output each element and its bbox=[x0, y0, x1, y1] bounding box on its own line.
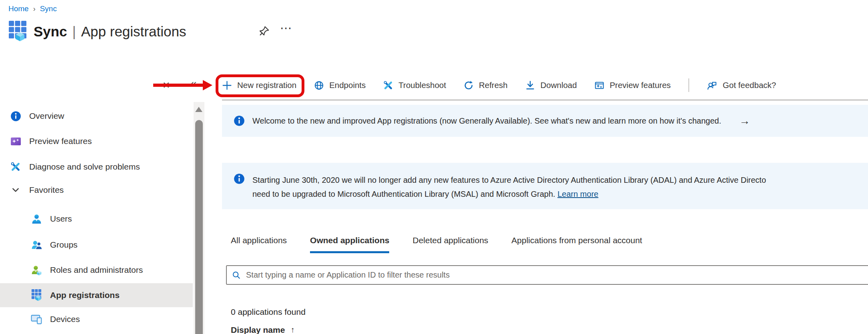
applications-count: 0 applications found bbox=[231, 307, 306, 317]
refresh-button[interactable]: Refresh bbox=[464, 80, 508, 90]
feedback-icon bbox=[707, 80, 718, 91]
chevron-down-icon bbox=[10, 186, 22, 194]
filter-search-box[interactable] bbox=[226, 265, 868, 285]
users-icon bbox=[30, 214, 42, 224]
page-title-separator: | bbox=[72, 24, 76, 40]
adal-banner-line2: need to be upgraded to Microsoft Authent… bbox=[252, 190, 555, 198]
troubleshoot-button[interactable]: Troubleshoot bbox=[383, 80, 446, 90]
welcome-banner-text: Welcome to the new and improved App regi… bbox=[252, 116, 721, 126]
info-icon bbox=[234, 173, 245, 184]
adal-banner-text: Starting June 30th, 2020 we will no long… bbox=[252, 173, 766, 201]
display-name-label: Display name bbox=[231, 325, 285, 334]
tab-owned-applications[interactable]: Owned applications bbox=[310, 236, 389, 253]
plus-icon bbox=[222, 80, 232, 90]
sidebar-item-label: Roles and administrators bbox=[50, 265, 143, 275]
sidebar-item-diagnose[interactable]: Diagnose and solve problems bbox=[0, 155, 193, 179]
sidebar-item-preview-features[interactable]: Preview features bbox=[0, 129, 193, 153]
command-bar: New registration Endpoints Troubleshoot … bbox=[222, 73, 776, 98]
page-title: Sync | App registrations bbox=[34, 24, 186, 40]
preview-features-icon bbox=[10, 136, 22, 146]
globe-icon bbox=[314, 80, 324, 90]
page-header: Sync | App registrations bbox=[8, 20, 186, 43]
troubleshoot-icon bbox=[383, 80, 393, 90]
filter-search-input[interactable] bbox=[246, 270, 868, 280]
pin-icon[interactable] bbox=[258, 25, 270, 37]
learn-more-link[interactable]: Learn more bbox=[558, 190, 598, 198]
sidebar-item-label: App registrations bbox=[50, 290, 120, 300]
breadcrumb-sync-link[interactable]: Sync bbox=[40, 4, 57, 13]
download-icon bbox=[525, 80, 535, 90]
download-button[interactable]: Download bbox=[525, 80, 577, 90]
search-icon bbox=[232, 271, 241, 280]
more-options-button[interactable]: ⋯ bbox=[280, 21, 293, 35]
menu-close-icon[interactable]: ✕ bbox=[162, 80, 170, 91]
blade-menu: Overview Preview features D bbox=[0, 102, 205, 334]
endpoints-label: Endpoints bbox=[329, 80, 366, 90]
sidebar-item-label: Groups bbox=[50, 240, 78, 250]
sort-ascending-icon: ↑ bbox=[290, 325, 294, 334]
preview-features-label: Preview features bbox=[610, 80, 671, 90]
info-icon bbox=[234, 115, 245, 126]
page-title-blade: App registrations bbox=[81, 24, 186, 40]
applications-tabs: All applications Owned applications Dele… bbox=[231, 236, 642, 253]
info-icon bbox=[10, 111, 22, 122]
adal-deprecation-banner: Starting June 30th, 2020 we will no long… bbox=[222, 163, 868, 209]
preview-features-icon bbox=[594, 80, 604, 90]
adal-banner-line1: Starting June 30th, 2020 we will no long… bbox=[252, 176, 766, 184]
azure-app-registrations-page: Home › Sync Sync | App registrations bbox=[0, 0, 868, 334]
app-registrations-blade-icon bbox=[8, 20, 27, 43]
roles-icon bbox=[30, 265, 42, 276]
display-name-column-header[interactable]: Display name ↑ bbox=[231, 325, 294, 334]
download-label: Download bbox=[540, 80, 577, 90]
tab-all-applications[interactable]: All applications bbox=[231, 236, 287, 253]
devices-icon bbox=[30, 314, 42, 325]
tab-deleted-applications[interactable]: Deleted applications bbox=[412, 236, 488, 253]
scroll-up-icon[interactable] bbox=[195, 107, 202, 112]
sidebar-item-label: Overview bbox=[29, 111, 64, 121]
sidebar-item-app-registrations[interactable]: App registrations bbox=[0, 283, 193, 307]
command-bar-divider bbox=[222, 100, 868, 100]
refresh-icon bbox=[464, 80, 474, 90]
new-registration-label: New registration bbox=[237, 80, 296, 90]
tab-applications-personal-account[interactable]: Applications from personal account bbox=[512, 236, 642, 253]
sidebar-item-label: Preview features bbox=[29, 136, 92, 146]
breadcrumb-separator-icon: › bbox=[33, 5, 36, 13]
got-feedback-button[interactable]: Got feedback? bbox=[707, 80, 776, 91]
sidebar-item-users[interactable]: Users bbox=[0, 207, 193, 231]
endpoints-button[interactable]: Endpoints bbox=[314, 80, 366, 90]
new-registration-button[interactable]: New registration bbox=[222, 80, 296, 90]
toolbar-divider bbox=[688, 78, 689, 92]
sidebar-section-favorites[interactable]: Favorites bbox=[0, 178, 193, 202]
sidebar-section-label: Favorites bbox=[29, 185, 64, 195]
breadcrumb: Home › Sync bbox=[8, 4, 57, 13]
sidebar-item-label: Devices bbox=[50, 314, 80, 324]
groups-icon bbox=[30, 240, 42, 250]
troubleshoot-label: Troubleshoot bbox=[398, 80, 446, 90]
sidebar-item-groups[interactable]: Groups bbox=[0, 233, 193, 257]
page-title-resource: Sync bbox=[34, 24, 67, 40]
welcome-info-banner: Welcome to the new and improved App regi… bbox=[222, 105, 868, 137]
breadcrumb-home-link[interactable]: Home bbox=[8, 4, 29, 13]
sidebar-item-devices[interactable]: Devices bbox=[0, 307, 193, 331]
preview-features-button[interactable]: Preview features bbox=[594, 80, 671, 90]
sidebar-item-label: Diagnose and solve problems bbox=[29, 162, 140, 172]
sidebar-scrollbar[interactable] bbox=[194, 102, 204, 334]
diagnose-icon bbox=[10, 162, 22, 172]
banner-arrow-link[interactable]: → bbox=[739, 115, 750, 127]
sidebar-item-overview[interactable]: Overview bbox=[0, 104, 193, 128]
sidebar-item-label: Users bbox=[50, 214, 72, 224]
app-registrations-icon bbox=[30, 289, 42, 302]
scrollbar-thumb[interactable] bbox=[195, 120, 203, 334]
refresh-label: Refresh bbox=[479, 80, 508, 90]
got-feedback-label: Got feedback? bbox=[723, 80, 776, 90]
sidebar-item-roles[interactable]: Roles and administrators bbox=[0, 258, 193, 282]
menu-collapse-icon[interactable]: « bbox=[190, 77, 197, 90]
